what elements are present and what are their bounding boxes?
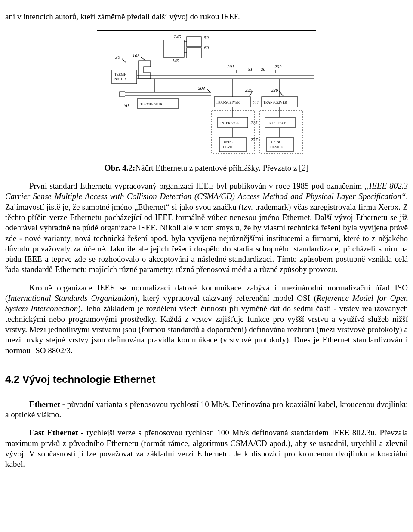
svg-text:USING: USING xyxy=(224,140,234,144)
svg-text:DEVICE: DEVICE xyxy=(223,145,235,149)
ethernet-patent-diagram: .ln { stroke:#000; stroke-width:1.2; fil… xyxy=(99,32,314,155)
svg-text:30: 30 xyxy=(123,103,129,108)
svg-text:227: 227 xyxy=(250,137,258,142)
svg-rect-13 xyxy=(112,70,137,84)
svg-text:NATOR: NATOR xyxy=(114,77,126,81)
svg-rect-2 xyxy=(187,48,201,58)
svg-rect-54 xyxy=(267,137,293,152)
svg-text:60: 60 xyxy=(204,45,209,50)
p4-bold: Fast Ethernet - xyxy=(29,428,86,437)
paragraph-2: Kromě organizace IEEE se normalizací dat… xyxy=(5,283,408,356)
p1-a: První standard Ethernetu vypracovaný org… xyxy=(29,181,364,190)
svg-text:USING: USING xyxy=(271,140,282,144)
svg-text:103: 103 xyxy=(133,53,140,58)
svg-rect-1 xyxy=(187,37,201,47)
svg-text:DEVICE: DEVICE xyxy=(270,145,283,149)
figure-caption: Obr. 4.2:Náčrt Ethernetu z patentové při… xyxy=(5,163,408,173)
svg-text:TERMI-: TERMI- xyxy=(114,73,126,76)
svg-line-10 xyxy=(122,59,126,62)
svg-text:201: 201 xyxy=(227,64,234,69)
svg-text:202: 202 xyxy=(274,64,282,69)
svg-text:TRANSCEIVER: TRANSCEIVER xyxy=(263,101,287,104)
svg-text:30: 30 xyxy=(115,55,120,60)
svg-text:50: 50 xyxy=(204,35,209,40)
paragraph-3: Ethernet - původní varianta s přenosovou… xyxy=(5,399,408,420)
section-heading: 4.2 Vývoj technologie Ethernet xyxy=(5,373,408,386)
caption-prefix: Obr. 4.2: xyxy=(105,163,136,172)
svg-text:211: 211 xyxy=(252,100,259,105)
svg-text:31: 31 xyxy=(247,67,253,72)
p2-italic-1: International Standards Organization xyxy=(8,294,134,303)
p2-c: ), který vypracoval takzvaný referenční … xyxy=(134,294,316,303)
p1-c: . Zajímavostí jistě je, že samotné jméno… xyxy=(5,192,408,274)
caption-text: Náčrt Ethernetu z patentové přihlášky. P… xyxy=(135,163,308,172)
continuation-line: ani v intencích autorů, kteří záměrně př… xyxy=(5,12,408,22)
svg-text:203: 203 xyxy=(198,86,205,91)
svg-text:20: 20 xyxy=(261,67,266,72)
svg-text:226: 226 xyxy=(271,87,278,92)
svg-text:TERMINATOR: TERMINATOR xyxy=(140,102,163,106)
svg-text:INTERFACE: INTERFACE xyxy=(220,121,239,125)
svg-text:TRANSCEIVER: TRANSCEIVER xyxy=(216,101,240,104)
svg-text:215: 215 xyxy=(250,120,258,125)
svg-text:INTERFACE: INTERFACE xyxy=(268,121,287,125)
paragraph-1: První standard Ethernetu vypracovaný org… xyxy=(5,181,408,275)
svg-text:225: 225 xyxy=(245,87,253,92)
paragraph-4: Fast Ethernet - rychlejší verze s přenos… xyxy=(5,428,408,469)
svg-text:245: 245 xyxy=(174,34,181,39)
figure-frame: .ln { stroke:#000; stroke-width:1.2; fil… xyxy=(97,30,316,157)
figure-container: .ln { stroke:#000; stroke-width:1.2; fil… xyxy=(5,30,408,160)
svg-rect-0 xyxy=(163,40,184,57)
p3-bold: Ethernet - xyxy=(29,400,67,409)
svg-line-31 xyxy=(206,89,211,92)
svg-text:145: 145 xyxy=(172,58,179,63)
svg-rect-44 xyxy=(219,137,246,152)
svg-line-12 xyxy=(141,57,145,61)
